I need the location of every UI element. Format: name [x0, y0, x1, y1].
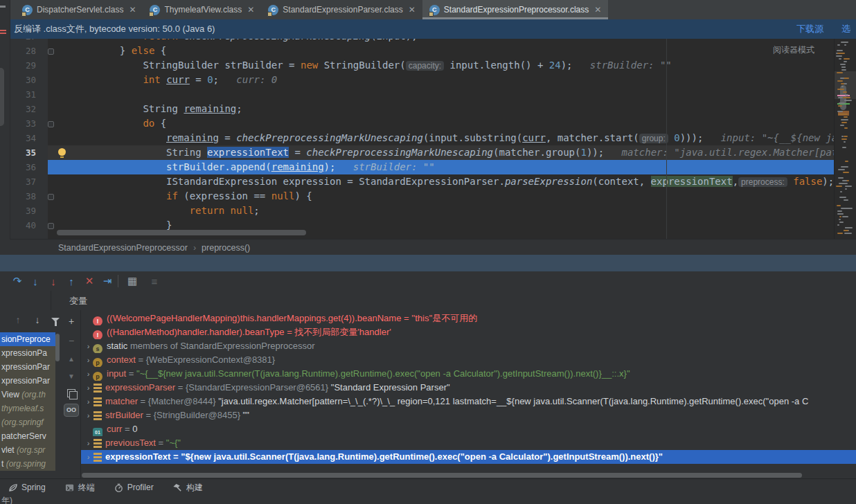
move-watch-down-button[interactable]: ▼: [64, 369, 79, 383]
execution-line[interactable]: 36strBuilder.append(remaining); strBuild…: [10, 160, 856, 174]
line-number[interactable]: 38: [10, 189, 36, 204]
debug-toolwindow-header[interactable]: [0, 255, 856, 271]
download-sources-link[interactable]: 下载源: [796, 23, 823, 35]
editor-tab[interactable]: CStandardExpressionPreprocessor.class✕: [422, 0, 609, 19]
code-line[interactable]: 39return null;: [10, 204, 856, 218]
code-line[interactable]: 37IStandardExpression expression = Stand…: [10, 174, 856, 189]
step-over-button[interactable]: ↷: [10, 273, 25, 289]
variable-row[interactable]: ›pinput = "~{__${new java.util.Scanner(T…: [81, 367, 856, 381]
choose-sources-link[interactable]: 选: [841, 23, 850, 35]
variable-row[interactable]: !((WelcomePageHandlerMapping)this.handle…: [81, 312, 856, 325]
step-into-button[interactable]: ↓: [28, 273, 43, 289]
line-number[interactable]: 36: [10, 160, 36, 174]
breadcrumb-class[interactable]: StandardExpressionPreprocessor: [58, 243, 188, 253]
show-watches-toggle[interactable]: OO: [64, 403, 79, 417]
line-number[interactable]: 29: [10, 58, 36, 73]
tab-close-icon[interactable]: ✕: [247, 5, 254, 15]
variable-row[interactable]: ›sstatic members of StandardExpressionPr…: [81, 339, 856, 353]
line-number[interactable]: 31: [10, 87, 36, 102]
editor-hscrollbar-thumb[interactable]: [57, 230, 306, 235]
frame-row[interactable]: View (org.th: [0, 388, 55, 402]
line-number[interactable]: 34: [10, 131, 36, 145]
frame-row[interactable]: xpressionPar: [0, 360, 55, 374]
line-number[interactable]: 28: [10, 44, 36, 58]
line-number[interactable]: 27: [10, 39, 36, 44]
duplicate-watch-button[interactable]: [64, 386, 79, 400]
variable-row[interactable]: ›expressionText = "${new java.util.Scann…: [81, 450, 856, 464]
tab-close-icon[interactable]: ✕: [129, 5, 136, 15]
expand-chevron-icon[interactable]: ›: [84, 381, 93, 395]
code-editor[interactable]: 27return checkPreprocessingMarkUnescapin…: [10, 39, 856, 239]
variable-row[interactable]: ›previousText = "~{": [81, 436, 856, 450]
editor-tab[interactable]: CDispatcherServlet.class✕: [15, 0, 143, 19]
expand-chevron-icon[interactable]: ›: [84, 408, 93, 422]
run-to-cursor-button[interactable]: ⇥: [100, 273, 115, 289]
frames-scrollbar-thumb[interactable]: [55, 334, 60, 361]
variables-tree[interactable]: !((WelcomePageHandlerMapping)this.handle…: [81, 310, 856, 479]
frame-row[interactable]: xpressionPar: [0, 374, 55, 388]
code-line[interactable]: 31: [10, 87, 856, 102]
variable-row[interactable]: !((HandlerMethod)handler.handler).beanTy…: [81, 325, 856, 339]
drop-frame-button[interactable]: ✕: [82, 273, 97, 289]
expand-chevron-icon[interactable]: ›: [84, 367, 93, 381]
frame-row[interactable]: vlet (org.spr: [0, 443, 55, 457]
code-line[interactable]: 33do {: [10, 116, 856, 131]
code-line[interactable]: 32String remaining;: [10, 102, 856, 116]
frame-row[interactable]: t (org.spring: [0, 457, 55, 471]
code-line[interactable]: 34remaining = checkPreprocessingMarkUnes…: [10, 131, 856, 145]
variable-row[interactable]: ›expressionParser = {StandardExpressionP…: [81, 381, 856, 395]
frame-row[interactable]: (org.springf: [0, 415, 55, 429]
next-frame-button[interactable]: ↓: [30, 313, 44, 327]
expand-chevron-icon[interactable]: ›: [84, 436, 93, 450]
code-line[interactable]: 30int curr = 0; curr: 0: [10, 73, 856, 87]
variable-row[interactable]: ›matcher = {Matcher@8444} "java.util.reg…: [81, 395, 856, 408]
expand-chevron-icon[interactable]: ›: [84, 353, 93, 367]
prev-frame-button[interactable]: ↑: [11, 313, 25, 327]
tool-window-终端[interactable]: 终端: [65, 482, 95, 494]
tool-window-构建[interactable]: 构建: [173, 482, 203, 494]
breadcrumb-method[interactable]: preprocess(): [202, 243, 250, 253]
variable-row[interactable]: 01curr = 0: [81, 422, 856, 436]
add-watch-button[interactable]: +: [64, 314, 79, 328]
frame-row[interactable]: thymeleaf.s: [0, 402, 55, 415]
code-line[interactable]: 38if (expression == null) {: [10, 189, 856, 204]
variable-row[interactable]: ›pcontext = {WebExpressionContext@8381}: [81, 353, 856, 367]
line-number[interactable]: 35: [10, 145, 36, 160]
frame-row[interactable]: xpressionPa: [0, 346, 55, 360]
variables-tab-label[interactable]: 变量: [69, 295, 87, 307]
line-number[interactable]: 30: [10, 73, 36, 87]
expand-chevron-icon[interactable]: ›: [84, 450, 93, 464]
editor-tab[interactable]: CStandardExpressionParser.class✕: [261, 0, 422, 19]
step-out-button[interactable]: ↑: [64, 273, 79, 289]
line-number[interactable]: 37: [10, 174, 36, 189]
code-line[interactable]: 29StringBuilder strBuilder = new StringB…: [10, 58, 856, 73]
variable-row[interactable]: ›strBuilder = {StringBuilder@8455} "": [81, 408, 856, 422]
frames-filter-button[interactable]: [48, 313, 62, 327]
editor-tab[interactable]: CThymeleafView.class✕: [143, 0, 261, 19]
tab-close-icon[interactable]: ✕: [594, 5, 601, 15]
frames-panel[interactable]: ↑ ↓ sionPreprocexpressionPaxpressionParx…: [0, 310, 62, 479]
expand-chevron-icon[interactable]: ›: [84, 395, 93, 408]
expand-chevron-icon[interactable]: ›: [84, 339, 93, 353]
remove-watch-button[interactable]: −: [64, 334, 79, 348]
code-line[interactable]: 28} else {: [10, 44, 856, 58]
frame-row[interactable]: sionPreproce: [0, 332, 55, 346]
line-number[interactable]: 32: [10, 102, 36, 116]
code-line[interactable]: 27return checkPreprocessingMarkUnescapin…: [10, 39, 856, 44]
edge-scrollbar-thumb[interactable]: [0, 68, 4, 126]
tool-window-profiler[interactable]: Profiler: [114, 483, 154, 492]
line-number[interactable]: 33: [10, 116, 36, 131]
evaluate-expression-button[interactable]: ▦: [125, 273, 140, 289]
variables-hscrollbar-thumb[interactable]: [82, 473, 802, 478]
tool-window-spring[interactable]: Spring: [8, 483, 46, 492]
line-number[interactable]: 39: [10, 204, 36, 218]
force-step-into-button[interactable]: ↓: [46, 273, 61, 289]
tab-close-icon[interactable]: ✕: [409, 5, 416, 15]
line-number[interactable]: 40: [10, 218, 36, 233]
code-line[interactable]: 35String expressionText = checkPreproces…: [10, 145, 856, 160]
minimap[interactable]: [834, 39, 856, 239]
frame-row[interactable]: patcherServ: [0, 429, 55, 443]
move-watch-up-button[interactable]: ▲: [64, 352, 79, 366]
layout-settings-button[interactable]: ≡: [147, 273, 162, 289]
reader-mode-label[interactable]: 阅读器模式: [773, 44, 814, 56]
